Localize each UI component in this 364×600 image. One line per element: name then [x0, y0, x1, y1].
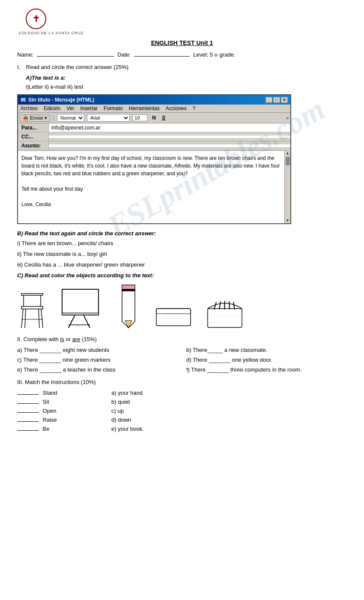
cc-value[interactable]: [49, 135, 290, 138]
match-right-2: b) quiet: [111, 399, 347, 405]
match-left-5: Be: [17, 426, 111, 432]
match-left-3: Open: [17, 408, 111, 414]
titlebar-buttons[interactable]: _ □ ✕: [266, 97, 288, 103]
scroll-thumb[interactable]: [286, 157, 290, 165]
fill-grid: a) There _______ eight new students b) T…: [17, 347, 347, 373]
part-b-q3: iii) Cecilia has a ... blue sharpener/ g…: [17, 261, 347, 268]
match-grid: Stand a) your hand Sit b) quiet Open c) …: [17, 390, 347, 432]
toolbar-separator: |: [53, 114, 54, 122]
section3: III. Match the Instructions (10%) Stand …: [17, 379, 347, 432]
menu-help[interactable]: ?: [193, 105, 196, 111]
svg-line-11: [69, 315, 75, 328]
scrollbar[interactable]: ▲ ▼: [284, 150, 290, 223]
email-body-wrapper: Dear Tom: How are you? I'm in my first d…: [18, 150, 290, 223]
email-body[interactable]: Dear Tom: How are you? I'm in my first d…: [18, 150, 290, 223]
bold-icon[interactable]: N: [150, 114, 158, 122]
minimize-button[interactable]: _: [266, 97, 272, 103]
email-titlebar: ✉ Sin título - Mensaje (HTML) _ □ ✕: [18, 95, 290, 105]
email-toolbar: 📤 Enviar ▾ | Normal Arial N S »: [18, 113, 290, 123]
section3-label: III.: [17, 379, 23, 385]
svg-rect-9: [62, 289, 98, 315]
maximize-button[interactable]: □: [273, 97, 280, 103]
subject-value[interactable]: [49, 144, 290, 147]
match-right-4: d) down: [111, 417, 347, 423]
menu-acciones[interactable]: Acciones: [166, 105, 187, 111]
section2: II. Complete with is or are (15%) a) The…: [17, 336, 347, 373]
style-select[interactable]: Normal: [57, 114, 84, 122]
eraser-image: [154, 304, 193, 330]
svg-marker-16: [125, 321, 132, 328]
cc-label[interactable]: CC...: [18, 132, 49, 141]
section2-instruction: II. Complete with is or are (15%): [17, 336, 347, 342]
italic-icon[interactable]: S: [160, 114, 167, 122]
match-blank-5[interactable]: [17, 430, 39, 431]
match-left-1: Stand: [17, 390, 111, 396]
name-date-line: Name: Date: Level: 5th grade.: [17, 51, 347, 58]
name-blank[interactable]: [37, 56, 114, 57]
svg-rect-14: [62, 313, 98, 315]
menu-ver[interactable]: Ver: [66, 105, 74, 111]
to-value[interactable]: info@apexnet.com.ar: [49, 123, 290, 132]
cc-field-row: CC...: [18, 132, 290, 141]
svg-line-28: [229, 301, 230, 309]
match-blank-3[interactable]: [17, 412, 39, 413]
match-right-5: e) your book.: [111, 426, 347, 432]
part-c-label: C) Read and color the objects according …: [17, 272, 347, 279]
match-blank-1[interactable]: [17, 394, 39, 395]
pencilcase-image: [206, 300, 244, 330]
menu-herramientas[interactable]: Herramientas: [129, 105, 160, 111]
pencil-image: [116, 283, 141, 330]
svg-line-12: [84, 315, 90, 328]
part-c: C) Read and color the objects according …: [17, 272, 347, 330]
school-logo: ✝: [26, 9, 46, 29]
cross-icon: ✝: [33, 14, 40, 24]
to-label[interactable]: Para...: [18, 123, 49, 132]
chevron-down-icon: ▾: [45, 115, 47, 121]
section1-label: I.: [17, 64, 20, 70]
to-field-row: Para... info@apexnet.com.ar: [18, 123, 290, 132]
send-icon: 📤: [23, 115, 29, 121]
svg-rect-0: [21, 306, 43, 309]
titlebar-left: ✉ Sin título - Mensaje (HTML): [21, 96, 94, 103]
part-b-q2: ii) The new classmate is a... boy/ girl: [17, 251, 347, 257]
email-title: Sin título - Mensaje (HTML): [28, 97, 94, 103]
fill-q-d: d) There _______ one yellow door.: [186, 357, 347, 363]
match-blank-2[interactable]: [17, 403, 39, 404]
expand-icon[interactable]: »: [286, 116, 289, 120]
fill-q-b: b) There_____ a new classmate.: [186, 347, 347, 353]
match-right-3: c) up: [111, 408, 347, 414]
menu-insertar[interactable]: Insertar: [80, 105, 98, 111]
send-label: Enviar: [30, 115, 43, 120]
menu-archivo[interactable]: Archivo: [21, 105, 38, 111]
fill-q-f: f) There _______ three computers in the …: [186, 366, 347, 373]
font-size-input[interactable]: [132, 114, 148, 121]
match-left-2: Sit: [17, 399, 111, 405]
svg-line-7: [39, 309, 39, 328]
school-name: COLEGIO DE LA SANTA CRUZ: [19, 31, 84, 35]
match-blank-4[interactable]: [17, 421, 39, 422]
menu-formato[interactable]: Formato: [104, 105, 123, 111]
match-right-1: a) your hand: [111, 390, 347, 396]
date-blank[interactable]: [134, 56, 190, 57]
send-button[interactable]: 📤 Enviar ▾: [20, 114, 50, 122]
scroll-up-icon[interactable]: ▲: [285, 150, 290, 156]
section2-percent: (15%): [80, 336, 96, 342]
section2-text: Complete with: [23, 336, 60, 342]
svg-line-4: [21, 309, 23, 328]
close-button[interactable]: ✕: [281, 97, 288, 103]
email-icon: ✉: [21, 96, 26, 103]
date-label: Date:: [117, 51, 131, 58]
or-text: or: [64, 336, 72, 342]
level-label: Level: 5: [193, 51, 213, 58]
scroll-down-icon[interactable]: ▼: [285, 218, 290, 223]
svg-rect-20: [156, 309, 191, 326]
whiteboard-image: [60, 287, 103, 330]
objects-row: [17, 283, 347, 330]
part-a: A)The text is a: i)Letter ii) e-mail iii…: [26, 75, 347, 90]
font-select[interactable]: Arial: [87, 114, 130, 122]
name-label: Name:: [17, 51, 33, 58]
level-suffix: grade.: [219, 51, 235, 58]
is-text: is: [60, 336, 64, 342]
level-sup: th: [215, 53, 218, 57]
menu-edicion[interactable]: Edición: [44, 105, 60, 111]
